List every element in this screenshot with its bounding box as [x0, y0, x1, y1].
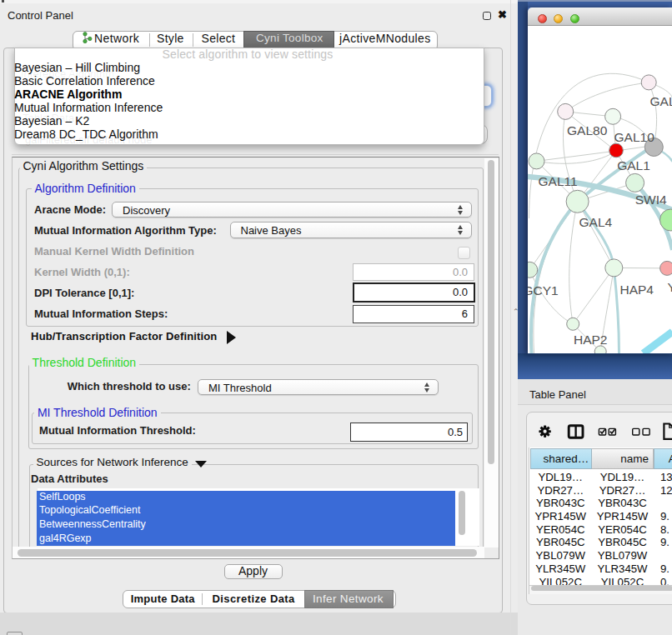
svg-text:HAP2: HAP2: [574, 332, 608, 347]
svg-text:SWI4: SWI4: [634, 192, 666, 207]
svg-text:YJ: YJ: [667, 280, 672, 294]
svg-text:GAL4: GAL4: [579, 215, 612, 229]
svg-text:GAL11: GAL11: [538, 174, 577, 188]
svg-text:GAL2: GAL2: [649, 94, 672, 108]
svg-text:HAP4: HAP4: [619, 282, 654, 297]
svg-text:GAL80: GAL80: [567, 123, 608, 138]
svg-text:GCY1: GCY1: [528, 283, 559, 298]
svg-text:GAL1: GAL1: [617, 158, 650, 172]
svg-text:GAL10: GAL10: [614, 130, 654, 144]
